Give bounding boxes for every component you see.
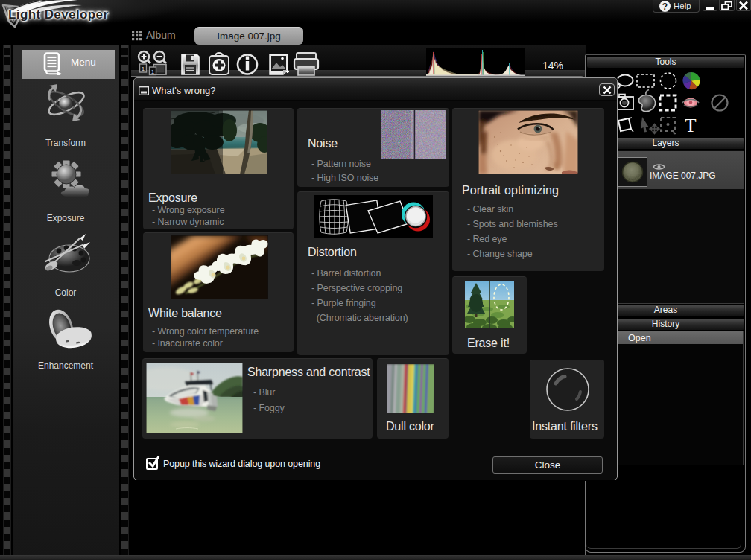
svg-text:T: T (685, 115, 696, 136)
svg-text:1: 1 (151, 69, 155, 75)
svg-text:1: 1 (142, 66, 145, 72)
